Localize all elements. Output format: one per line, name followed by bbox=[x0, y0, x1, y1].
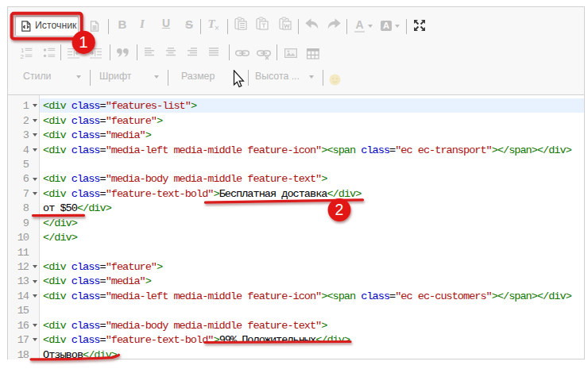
svg-text:1: 1 bbox=[79, 33, 87, 51]
svg-text:2: 2 bbox=[335, 201, 344, 218]
